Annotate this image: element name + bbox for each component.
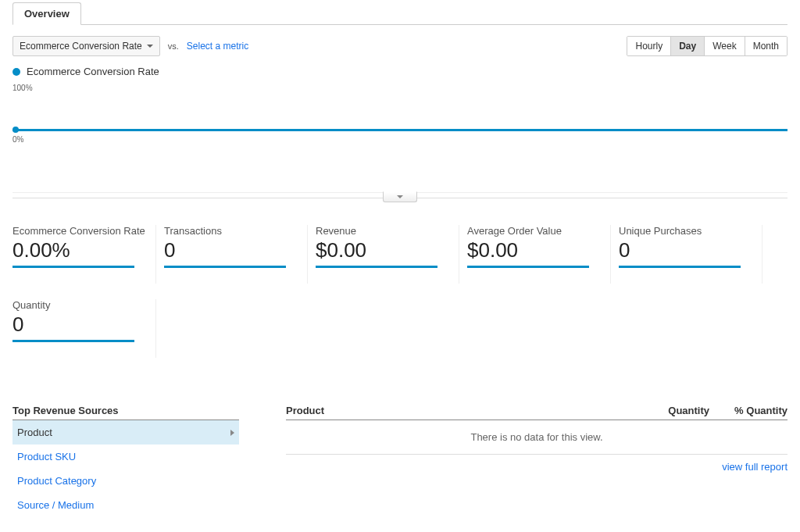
y-axis-min: 0% bbox=[12, 135, 23, 144]
time-granularity-toggle: Hourly Day Week Month bbox=[627, 36, 788, 56]
time-hourly-button[interactable]: Hourly bbox=[627, 37, 671, 55]
card-value: 0 bbox=[619, 237, 754, 266]
source-item-label: Product bbox=[17, 427, 52, 438]
sparkline bbox=[619, 266, 741, 268]
tab-bar: Overview bbox=[12, 0, 788, 25]
card-label: Revenue bbox=[316, 225, 451, 237]
source-item-source-medium[interactable]: Source / Medium bbox=[12, 493, 239, 517]
time-month-button[interactable]: Month bbox=[745, 37, 787, 55]
chevron-down-icon bbox=[397, 195, 403, 198]
time-day-button[interactable]: Day bbox=[671, 37, 705, 55]
sources-header: Top Revenue Sources bbox=[12, 405, 239, 420]
expand-handle-button[interactable] bbox=[383, 191, 417, 202]
bottom-row: Top Revenue Sources Product Product SKU … bbox=[12, 358, 788, 517]
card-label: Ecommerce Conversion Rate bbox=[12, 225, 148, 237]
chart-expand-row bbox=[12, 192, 788, 198]
legend-dot-icon bbox=[12, 68, 20, 76]
metric-cards: Ecommerce Conversion Rate 0.00% Transact… bbox=[12, 198, 788, 358]
card-quantity: Quantity 0 bbox=[12, 299, 156, 358]
card-label: Quantity bbox=[12, 299, 148, 311]
controls-row: Ecommerce Conversion Rate vs. Select a m… bbox=[12, 25, 788, 62]
vs-label: vs. bbox=[168, 41, 179, 51]
card-value: $0.00 bbox=[467, 237, 602, 266]
tab-overview[interactable]: Overview bbox=[12, 2, 81, 25]
y-axis-max: 100% bbox=[12, 84, 33, 92]
card-value: 0.00% bbox=[12, 237, 148, 266]
sparkline bbox=[467, 266, 589, 268]
card-label: Transactions bbox=[164, 225, 299, 237]
card-revenue: Revenue $0.00 bbox=[316, 225, 459, 284]
card-unique-purchases: Unique Purchases 0 bbox=[619, 225, 762, 284]
primary-metric-dropdown[interactable]: Ecommerce Conversion Rate bbox=[12, 36, 160, 56]
sparkline bbox=[12, 340, 134, 342]
card-transactions: Transactions 0 bbox=[164, 225, 308, 284]
view-full-report-link[interactable]: view full report bbox=[722, 461, 788, 473]
source-item-product-category[interactable]: Product Category bbox=[12, 469, 239, 493]
chart-legend: Ecommerce Conversion Rate bbox=[12, 62, 788, 82]
table-header-row: Product Quantity % Quantity bbox=[286, 405, 788, 420]
col-header-product[interactable]: Product bbox=[286, 405, 647, 416]
source-item-product-sku[interactable]: Product SKU bbox=[12, 445, 239, 469]
sparkline bbox=[164, 266, 286, 268]
table-empty-message: There is no data for this view. bbox=[286, 420, 788, 455]
chart-line bbox=[12, 129, 788, 131]
sparkline bbox=[316, 266, 438, 268]
legend-series-name: Ecommerce Conversion Rate bbox=[27, 66, 159, 77]
chevron-right-icon bbox=[230, 430, 234, 436]
source-item-product[interactable]: Product bbox=[12, 420, 239, 445]
caret-down-icon bbox=[147, 45, 153, 48]
sparkline bbox=[12, 266, 134, 268]
top-revenue-sources-panel: Top Revenue Sources Product Product SKU … bbox=[12, 405, 239, 517]
card-value: 0 bbox=[164, 237, 299, 266]
col-header-pct-quantity[interactable]: % Quantity bbox=[709, 405, 788, 416]
line-chart: 100% 0% bbox=[12, 84, 788, 193]
primary-metric-label: Ecommerce Conversion Rate bbox=[20, 41, 142, 52]
select-secondary-metric-link[interactable]: Select a metric bbox=[187, 41, 248, 52]
card-aov: Average Order Value $0.00 bbox=[467, 225, 611, 284]
card-value: 0 bbox=[12, 311, 148, 340]
card-label: Average Order Value bbox=[467, 225, 602, 237]
card-ecom-conv-rate: Ecommerce Conversion Rate 0.00% bbox=[12, 225, 156, 284]
time-week-button[interactable]: Week bbox=[705, 37, 745, 55]
col-header-quantity[interactable]: Quantity bbox=[647, 405, 709, 416]
product-table: Product Quantity % Quantity There is no … bbox=[286, 405, 788, 517]
card-label: Unique Purchases bbox=[619, 225, 754, 237]
card-value: $0.00 bbox=[316, 237, 451, 266]
